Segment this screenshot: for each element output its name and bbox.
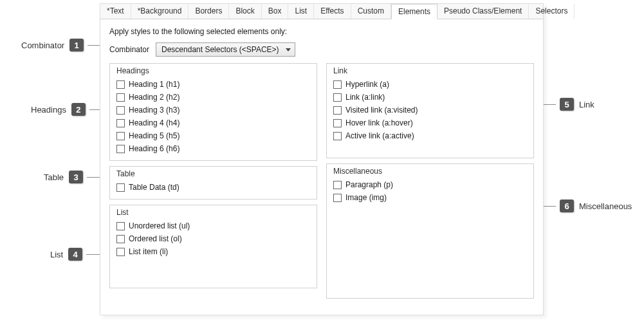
checkbox-icon <box>116 248 125 256</box>
group-legend: Miscellaneous <box>333 167 527 176</box>
intro-text: Apply styles to the following selected e… <box>109 27 534 36</box>
groups-grid: Headings Heading 1 (h1) Heading 2 (h2) H… <box>109 63 534 299</box>
check-label: Ordered list (ol) <box>129 234 182 243</box>
callout-badge: 1 <box>69 39 84 51</box>
checkbox-icon <box>116 132 125 140</box>
checkbox-icon <box>116 235 125 243</box>
tab-elements[interactable]: Elements <box>391 4 437 19</box>
right-column: Link Hyperlink (a) Link (a:link) Visited… <box>326 63 534 299</box>
check-label: Heading 1 (h1) <box>129 80 179 89</box>
callout-badge: 6 <box>560 200 574 212</box>
check-p[interactable]: Paragraph (p) <box>333 178 527 191</box>
checkbox-icon <box>116 80 125 89</box>
group-legend: Link <box>333 66 527 75</box>
check-label: Unordered list (ul) <box>129 221 190 230</box>
callout-label: Headings <box>31 105 66 115</box>
tab-list[interactable]: List <box>288 4 314 19</box>
check-heading-3[interactable]: Heading 3 (h3) <box>116 104 310 116</box>
check-td[interactable]: Table Data (td) <box>116 181 310 194</box>
group-list: List Unordered list (ul) Ordered list (o… <box>109 205 317 288</box>
check-label: List item (li) <box>129 247 168 256</box>
group-legend: Table <box>116 169 310 178</box>
callout-combinator: Combinator 1 <box>21 39 109 51</box>
tab-custom[interactable]: Custom <box>351 4 391 19</box>
tab-pseudo[interactable]: Pseudo Class/Element <box>437 4 529 19</box>
callout-badge: 4 <box>68 248 82 261</box>
checkbox-icon <box>333 119 342 127</box>
checkbox-icon <box>116 145 125 153</box>
callout-label: Miscellaneous <box>579 201 632 211</box>
tab-block[interactable]: Block <box>229 4 261 19</box>
check-heading-4[interactable]: Heading 4 (h4) <box>116 116 310 129</box>
checkbox-icon <box>333 93 342 102</box>
callout-label: Link <box>579 100 594 109</box>
checkbox-icon <box>116 106 125 115</box>
elements-panel: Apply styles to the following selected e… <box>100 19 543 308</box>
callout-label: Combinator <box>21 41 64 50</box>
check-avisited[interactable]: Visited link (a:visited) <box>333 104 527 116</box>
check-label: Link (a:link) <box>345 93 385 102</box>
checkbox-icon <box>116 93 125 102</box>
check-label: Hover link (a:hover) <box>345 118 413 127</box>
check-li[interactable]: List item (li) <box>116 245 310 258</box>
tab-box[interactable]: Box <box>262 4 289 19</box>
check-heading-2[interactable]: Heading 2 (h2) <box>116 91 310 104</box>
check-heading-1[interactable]: Heading 1 (h1) <box>116 78 310 91</box>
check-aactive[interactable]: Active link (a:active) <box>333 129 527 142</box>
combinator-value: Descendant Selectors (<SPACE>) <box>161 45 279 54</box>
style-panel: *Text *Background Borders Block Box List… <box>100 3 544 315</box>
tab-borders[interactable]: Borders <box>189 4 229 19</box>
check-label: Paragraph (p) <box>345 180 393 189</box>
check-heading-5[interactable]: Heading 5 (h5) <box>116 129 310 142</box>
combinator-select[interactable]: Descendant Selectors (<SPACE>) <box>156 42 295 57</box>
check-label: Heading 3 (h3) <box>129 106 179 115</box>
tab-text[interactable]: *Text <box>100 4 131 19</box>
checkbox-icon <box>116 119 125 127</box>
callout-badge: 3 <box>69 171 83 183</box>
group-link: Link Hyperlink (a) Link (a:link) Visited… <box>326 63 534 158</box>
chevron-down-icon <box>286 48 291 51</box>
checkbox-icon <box>333 181 342 189</box>
checkbox-icon <box>116 222 125 230</box>
checkbox-icon <box>333 194 342 202</box>
tab-bar: *Text *Background Borders Block Box List… <box>100 4 543 19</box>
callout-label: Table <box>44 172 64 182</box>
check-label: Heading 4 (h4) <box>129 118 179 127</box>
check-label: Heading 6 (h6) <box>129 144 179 153</box>
tab-selectors[interactable]: Selectors <box>529 4 575 19</box>
check-heading-6[interactable]: Heading 6 (h6) <box>116 142 310 155</box>
combinator-row: Combinator Descendant Selectors (<SPACE>… <box>109 42 534 57</box>
group-table: Table Table Data (td) <box>109 166 317 200</box>
check-img[interactable]: Image (img) <box>333 191 527 204</box>
callout-badge: 5 <box>560 98 574 111</box>
checkbox-icon <box>333 132 342 140</box>
check-ol[interactable]: Ordered list (ol) <box>116 232 310 245</box>
combinator-label: Combinator <box>109 45 149 54</box>
checkbox-icon <box>116 183 125 192</box>
check-label: Heading 5 (h5) <box>129 131 179 140</box>
check-label: Heading 2 (h2) <box>129 93 179 102</box>
check-label: Image (img) <box>345 193 387 202</box>
left-column: Headings Heading 1 (h1) Heading 2 (h2) H… <box>109 63 317 299</box>
group-headings: Headings Heading 1 (h1) Heading 2 (h2) H… <box>109 63 317 161</box>
checkbox-icon <box>333 80 342 89</box>
check-label: Active link (a:active) <box>345 131 414 140</box>
tab-background[interactable]: *Background <box>131 4 189 19</box>
check-ahover[interactable]: Hover link (a:hover) <box>333 116 527 129</box>
check-ul[interactable]: Unordered list (ul) <box>116 219 310 232</box>
check-label: Visited link (a:visited) <box>345 106 418 115</box>
group-misc: Miscellaneous Paragraph (p) Image (img) <box>326 163 534 299</box>
group-legend: List <box>116 208 310 217</box>
tab-effects[interactable]: Effects <box>314 4 351 19</box>
check-label: Hyperlink (a) <box>345 80 389 89</box>
check-a[interactable]: Hyperlink (a) <box>333 78 527 91</box>
group-legend: Headings <box>116 66 310 75</box>
check-alink[interactable]: Link (a:link) <box>333 91 527 104</box>
checkbox-icon <box>333 106 342 115</box>
callout-label: List <box>50 250 63 259</box>
callout-badge: 2 <box>71 103 86 116</box>
check-label: Table Data (td) <box>129 183 179 192</box>
